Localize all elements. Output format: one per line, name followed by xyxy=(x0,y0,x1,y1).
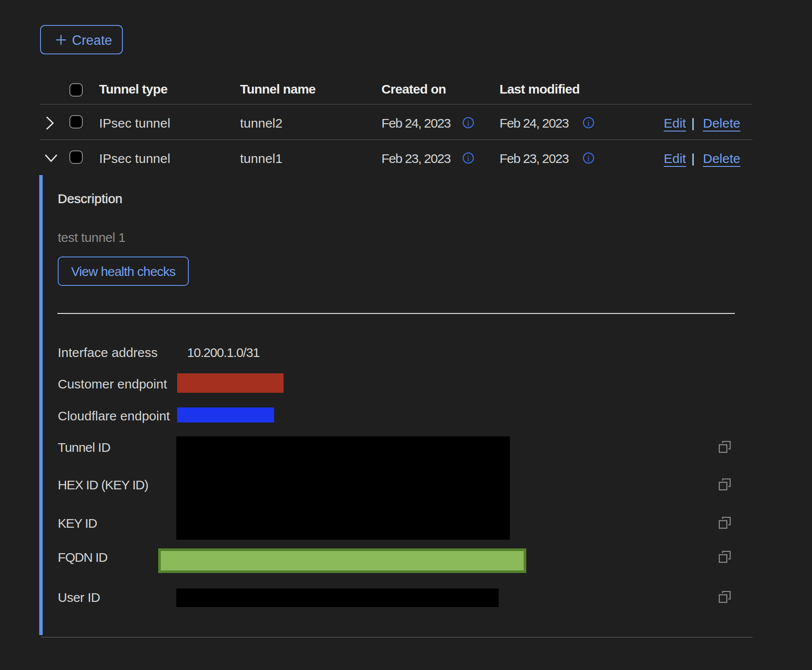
svg-text:i: i xyxy=(587,154,590,163)
svg-text:i: i xyxy=(467,119,469,128)
svg-text:i: i xyxy=(467,154,469,163)
svg-text:i: i xyxy=(587,119,590,128)
